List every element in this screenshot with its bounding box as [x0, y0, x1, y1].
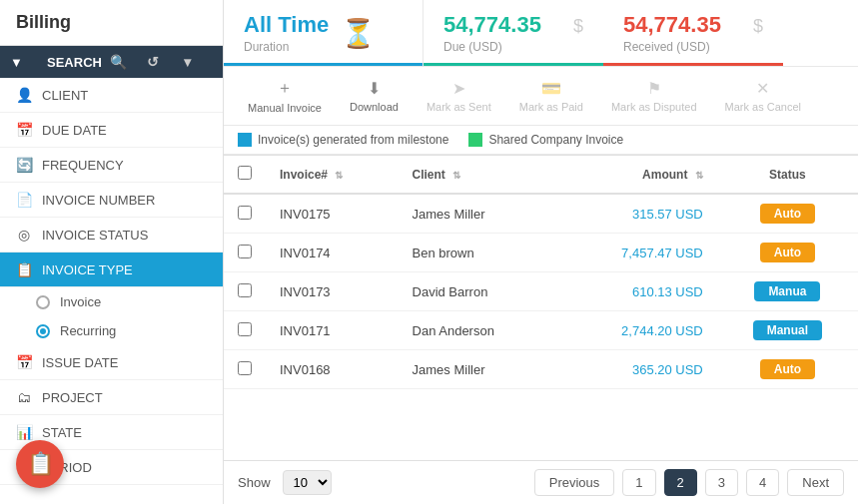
received-stat: 54,774.35 Received (USD) $ — [603, 0, 783, 66]
main-content: All Time Duration ⏳ 54,774.35 Due (USD) … — [224, 0, 858, 504]
sidebar-item-invoice-type-label: INVOICE TYPE — [42, 262, 133, 277]
table-row: INV0174 Ben brown 7,457.47 USD Auto — [224, 234, 858, 272]
cancel-icon: ✕ — [756, 79, 769, 98]
select-all-header[interactable] — [224, 156, 266, 195]
row-invoice: INV0174 — [266, 234, 399, 272]
row-checkbox-cell[interactable] — [224, 272, 266, 311]
row-invoice: INV0171 — [266, 311, 399, 350]
row-checkbox-cell[interactable] — [224, 194, 266, 234]
sort-client-icon: ⇅ — [452, 170, 460, 181]
received-bar — [603, 63, 783, 66]
manual-invoice-label: Manual Invoice — [248, 102, 322, 114]
mark-paid-button[interactable]: 💳 Mark as Paid — [507, 74, 595, 118]
subitem-recurring-label: Recurring — [60, 323, 116, 338]
fab-button[interactable]: 📋 — [16, 440, 64, 488]
download-button[interactable]: ⬇ Download — [338, 74, 411, 118]
row-checkbox-cell[interactable] — [224, 234, 266, 272]
duration-bar — [224, 63, 423, 66]
sidebar-item-invoice-number-label: INVOICE NUMBER — [42, 193, 155, 208]
received-label: Received (USD) — [623, 40, 721, 54]
plus-icon: ＋ — [277, 78, 293, 99]
sidebar-item-due-date[interactable]: 📅 DUE DATE — [0, 113, 223, 148]
search-label: SEARCH — [47, 55, 102, 70]
col-invoice[interactable]: Invoice# ⇅ — [266, 156, 399, 195]
row-status: Manual — [717, 311, 858, 350]
doc-icon: 📄 — [16, 192, 32, 208]
radio-recurring[interactable] — [36, 324, 50, 338]
frequency-icon: 🔄 — [16, 157, 32, 173]
stats-bar: All Time Duration ⏳ 54,774.35 Due (USD) … — [224, 0, 858, 67]
row-checkbox[interactable] — [238, 361, 252, 375]
row-invoice: INV0175 — [266, 194, 399, 234]
mark-cancel-button[interactable]: ✕ Mark as Cancel — [713, 74, 813, 118]
row-checkbox[interactable] — [238, 206, 252, 220]
sidebar-item-invoice-status[interactable]: ◎ INVOICE STATUS — [0, 218, 223, 252]
sidebar-item-frequency-label: FREQUENCY — [42, 158, 124, 173]
search-bar: ▼ SEARCH 🔍 ↺ ▾ — [0, 46, 223, 78]
mark-disputed-button[interactable]: ⚑ Mark as Disputed — [599, 74, 709, 118]
duration-stat: All Time Duration ⏳ — [224, 0, 424, 66]
sort-invoice-icon: ⇅ — [335, 170, 343, 181]
invoice-table: Invoice# ⇅ Client ⇅ Amount ⇅ Status INV0… — [224, 155, 858, 389]
sidebar-item-project[interactable]: 🗂 PROJECT — [0, 380, 223, 415]
sidebar-item-invoice-type[interactable]: 📋 INVOICE TYPE — [0, 252, 223, 287]
row-status: Manua — [717, 272, 858, 311]
row-checkbox-cell[interactable] — [224, 350, 266, 389]
manual-invoice-button[interactable]: ＋ Manual Invoice — [236, 73, 334, 119]
search-icon[interactable]: 🔍 — [110, 54, 139, 70]
type-icon: 📋 — [16, 261, 32, 277]
chevron-down-icon[interactable]: ▾ — [184, 54, 213, 70]
refresh-icon[interactable]: ↺ — [147, 54, 176, 70]
invoice-type-subitems: Invoice Recurring — [0, 287, 223, 345]
sidebar-subitem-invoice[interactable]: Invoice — [36, 287, 223, 316]
col-amount[interactable]: Amount ⇅ — [558, 156, 717, 195]
prev-button[interactable]: Previous — [534, 469, 615, 496]
row-invoice: INV0173 — [266, 272, 399, 311]
row-checkbox[interactable] — [238, 322, 252, 336]
sidebar-item-invoice-number[interactable]: 📄 INVOICE NUMBER — [0, 183, 223, 218]
radio-invoice[interactable] — [36, 295, 50, 309]
row-checkbox-cell[interactable] — [224, 311, 266, 350]
mark-disputed-label: Mark as Disputed — [611, 101, 697, 113]
next-button[interactable]: Next — [787, 469, 844, 496]
status-badge: Manua — [754, 281, 820, 301]
fab-icon: 📋 — [27, 451, 54, 477]
table-header-row: Invoice# ⇅ Client ⇅ Amount ⇅ Status — [224, 156, 858, 195]
page-2-button[interactable]: 2 — [664, 469, 697, 496]
select-all-checkbox[interactable] — [238, 166, 252, 180]
sort-amount-icon: ⇅ — [695, 170, 703, 181]
legend-shared-label: Shared Company Invoice — [488, 133, 623, 147]
row-checkbox[interactable] — [238, 245, 252, 258]
sidebar: Billing ▼ SEARCH 🔍 ↺ ▾ 👤 CLIENT 📅 DUE DA… — [0, 0, 224, 504]
row-amount: 610.13 USD — [558, 272, 717, 311]
legend-shared-dot — [468, 133, 482, 147]
status-badge: Auto — [760, 359, 815, 379]
row-amount: 7,457.47 USD — [558, 234, 717, 272]
page-1-button[interactable]: 1 — [622, 469, 655, 496]
status-icon: ◎ — [16, 227, 32, 243]
sidebar-title: Billing — [0, 0, 223, 46]
legend-milestone-dot — [238, 133, 252, 147]
issue-date-icon: 📅 — [16, 354, 32, 370]
row-client: David Barron — [399, 272, 558, 311]
page-3-button[interactable]: 3 — [705, 469, 738, 496]
sidebar-item-frequency[interactable]: 🔄 FREQUENCY — [0, 148, 223, 183]
sidebar-item-client[interactable]: 👤 CLIENT — [0, 78, 223, 113]
col-client[interactable]: Client ⇅ — [399, 156, 558, 195]
row-checkbox[interactable] — [238, 283, 252, 297]
state-icon: 📊 — [16, 424, 32, 440]
row-status: Auto — [717, 350, 858, 389]
show-select[interactable]: 10 25 50 — [283, 470, 332, 495]
sidebar-item-invoice-status-label: INVOICE STATUS — [42, 228, 148, 243]
row-client: James Miller — [399, 350, 558, 389]
duration-title: All Time — [244, 12, 329, 38]
sidebar-subitem-recurring[interactable]: Recurring — [36, 316, 223, 345]
mark-sent-button[interactable]: ➤ Mark as Sent — [415, 74, 503, 118]
paid-icon: 💳 — [541, 79, 561, 98]
sidebar-item-issue-date[interactable]: 📅 ISSUE DATE — [0, 345, 223, 380]
table-row: INV0171 Dan Anderson 2,744.20 USD Manual — [224, 311, 858, 350]
toolbar: ＋ Manual Invoice ⬇ Download ➤ Mark as Se… — [224, 67, 858, 126]
row-client: James Miller — [399, 194, 558, 234]
page-4-button[interactable]: 4 — [746, 469, 779, 496]
due-currency-icon: $ — [573, 16, 583, 37]
